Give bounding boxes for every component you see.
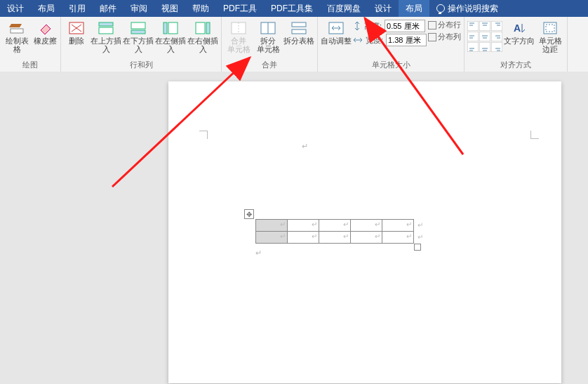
svg-rect-19 — [467, 21, 479, 31]
insert-col-right-icon — [194, 21, 211, 35]
tab-layout[interactable]: 布局 — [31, 0, 62, 17]
draw-table-button[interactable]: 绘制表格 — [3, 18, 31, 53]
crop-mark-top-right — [530, 131, 539, 139]
svg-rect-0 — [11, 29, 23, 33]
group-cell-size-label: 单元格大小 — [321, 59, 461, 72]
delete-table-icon — [68, 21, 85, 35]
insert-right-button[interactable]: 在右侧插入 — [187, 18, 218, 53]
tab-help[interactable]: 帮助 — [185, 0, 216, 17]
group-alignment-label: 对齐方式 — [467, 59, 564, 72]
align-mid-center-button[interactable] — [479, 32, 490, 41]
group-cell-size: 自动调整 高度: 宽度: 分布行 分布列 单元格大小 — [318, 17, 465, 72]
group-draw-label: 绘图 — [3, 59, 58, 72]
col-width-input[interactable] — [386, 34, 427, 46]
table-cell[interactable]: ↵ — [351, 220, 382, 232]
search-placeholder: 操作说明搜索 — [448, 3, 498, 15]
table-row[interactable]: ↵ ↵ ↵ ↵ ↵↵ — [256, 220, 414, 232]
align-mid-left-button[interactable] — [467, 32, 479, 41]
merge-cells-icon — [230, 21, 247, 35]
merge-cells-button[interactable]: 合并 单元格 — [225, 18, 253, 53]
split-table-button[interactable]: 拆分表格 — [283, 18, 314, 45]
group-rows-cols-label: 行和列 — [64, 59, 218, 72]
tab-references[interactable]: 引用 — [62, 0, 93, 17]
table-move-handle[interactable]: ✥ — [244, 209, 254, 219]
split-cells-button[interactable]: 拆分 单元格 — [254, 18, 282, 53]
table-cell[interactable]: ↵ — [351, 232, 382, 244]
col-width-field[interactable]: 宽度: — [353, 34, 427, 46]
table-resize-handle[interactable] — [414, 244, 421, 251]
align-bot-center-button[interactable] — [479, 42, 490, 52]
tell-me-search[interactable]: 操作说明搜索 — [429, 0, 505, 17]
table-cell[interactable]: ↵ — [288, 232, 319, 244]
svg-rect-5 — [99, 22, 113, 26]
tab-table-design[interactable]: 设计 — [368, 0, 399, 17]
paragraph-mark: ↵ — [255, 249, 262, 258]
svg-rect-31 — [479, 32, 490, 41]
table-row[interactable]: ↵ ↵ ↵ ↵ ↵↵ — [256, 232, 414, 244]
table-cell[interactable]: ↵ — [288, 220, 319, 232]
group-rows-cols: 删除 在上方插入 在下方插入 在左侧插入 — [61, 17, 222, 72]
document-table[interactable]: ✥ ↵ ↵ ↵ ↵ ↵↵ ↵ ↵ ↵ ↵ ↵↵ — [255, 219, 414, 244]
tab-design[interactable]: 设计 — [0, 0, 31, 17]
insert-below-button[interactable]: 在下方插入 — [123, 18, 154, 53]
insert-left-button[interactable]: 在左侧插入 — [155, 18, 186, 53]
svg-rect-34 — [491, 32, 502, 41]
cell-margins-button[interactable]: 单元格 边距 — [536, 18, 564, 53]
tab-pdf-set[interactable]: PDF工具集 — [264, 0, 320, 17]
eraser-icon — [36, 21, 53, 35]
tab-pdf[interactable]: PDF工具 — [216, 0, 264, 17]
table-cell[interactable]: ↵↵ — [382, 232, 414, 244]
insert-row-above-icon — [98, 21, 114, 35]
insert-above-button[interactable]: 在上方插入 — [91, 18, 121, 53]
svg-rect-10 — [196, 22, 205, 34]
group-alignment: A 文字方向 单元格 边距 对齐方式 — [465, 17, 568, 72]
split-cells-icon — [260, 21, 276, 35]
table-cell[interactable]: ↵↵ — [382, 220, 414, 232]
table-cell[interactable]: ↵ — [319, 232, 351, 244]
table-cell[interactable]: ↵ — [256, 232, 288, 244]
insert-col-left-icon — [162, 21, 179, 35]
distribute-cols-button[interactable]: 分布列 — [428, 32, 461, 42]
align-bot-right-button[interactable] — [491, 42, 502, 52]
group-merge-label: 合并 — [225, 59, 314, 72]
tab-table-layout[interactable]: 布局 — [399, 0, 429, 17]
align-top-left-button[interactable] — [467, 21, 479, 31]
svg-rect-6 — [131, 22, 145, 29]
svg-rect-11 — [206, 22, 210, 34]
align-bot-left-button[interactable] — [467, 42, 479, 52]
text-direction-icon: A — [511, 21, 528, 35]
table-cell[interactable]: ↵ — [319, 220, 351, 232]
height-icon — [353, 21, 361, 31]
svg-rect-8 — [168, 22, 178, 34]
document-canvas[interactable]: ↵ ✥ ↵ ↵ ↵ ↵ ↵↵ ↵ ↵ ↵ ↵ ↵↵ — [0, 72, 588, 384]
tab-mailings[interactable]: 邮件 — [93, 0, 123, 17]
svg-rect-17 — [292, 29, 306, 34]
table-cell[interactable]: ↵ — [256, 220, 288, 232]
align-mid-right-button[interactable] — [491, 32, 502, 41]
align-top-center-button[interactable] — [479, 21, 490, 31]
width-icon — [353, 36, 363, 44]
document-page[interactable]: ↵ ✥ ↵ ↵ ↵ ↵ ↵↵ ↵ ↵ ↵ ↵ ↵↵ — [168, 81, 561, 383]
row-height-input[interactable] — [385, 20, 425, 32]
pencil-icon — [8, 21, 25, 35]
tab-view[interactable]: 视图 — [154, 0, 185, 17]
distribute-rows-button[interactable]: 分布行 — [428, 20, 461, 30]
tab-review[interactable]: 审阅 — [123, 0, 154, 17]
svg-rect-25 — [491, 21, 502, 31]
delete-button[interactable]: 删除 — [64, 18, 89, 45]
ribbon: 绘制表格 橡皮擦 绘图 删除 在上方插入 — [0, 17, 588, 72]
tab-baidu[interactable]: 百度网盘 — [320, 0, 368, 17]
text-direction-button[interactable]: A 文字方向 — [504, 18, 535, 45]
autofit-button[interactable]: 自动调整 — [321, 18, 352, 45]
insert-row-below-icon — [130, 21, 147, 35]
svg-rect-22 — [479, 21, 490, 31]
row-height-field[interactable]: 高度: — [353, 20, 427, 32]
paragraph-mark: ↵ — [302, 142, 308, 151]
group-merge: 合并 单元格 拆分 单元格 拆分表格 合并 — [222, 17, 318, 72]
svg-rect-28 — [467, 32, 479, 41]
eraser-button[interactable]: 橡皮擦 — [32, 18, 58, 45]
align-top-right-button[interactable] — [491, 21, 502, 31]
split-table-icon — [290, 21, 307, 35]
svg-rect-9 — [163, 22, 167, 34]
svg-rect-16 — [292, 22, 306, 27]
